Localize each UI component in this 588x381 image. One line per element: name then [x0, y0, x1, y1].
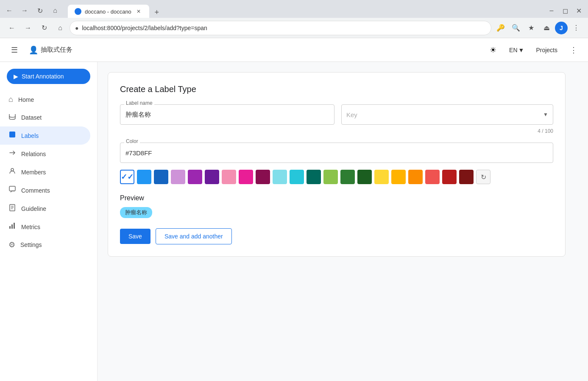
svg-rect-8 [9, 226, 11, 229]
zoom-icon-btn[interactable]: 🔍 [509, 21, 523, 35]
label-name-field-label: Label name [124, 100, 154, 106]
color-swatch-pink[interactable] [222, 170, 236, 184]
logo-icon: 👤 [29, 45, 38, 55]
maximize-button[interactable]: ◻ [559, 5, 571, 17]
back-button[interactable]: ← [5, 21, 19, 35]
color-swatch-teal[interactable] [307, 170, 321, 184]
main-layout: ▶ Start Annotation ⌂ Home Dataset [0, 62, 588, 381]
preview-title: Preview [120, 194, 553, 202]
extensions-icon-btn[interactable]: ⏏ [540, 21, 553, 35]
hamburger-menu-button[interactable]: ☰ [7, 42, 22, 58]
app-logo: 👤 抽取式任务 [29, 45, 72, 55]
content-area: Create a Label Type Label name Key 4 / 1… [98, 62, 588, 381]
header-right: ☀ EN ▼ Projects ⋮ [485, 42, 581, 58]
minimize-button[interactable]: – [546, 5, 557, 17]
action-buttons: Save Save and add another [120, 228, 553, 244]
browser-reload-button[interactable]: ↻ [34, 5, 46, 17]
color-swatch-red-light[interactable] [425, 170, 440, 184]
sidebar-item-home[interactable]: ⌂ Home [0, 91, 90, 108]
lock-icon: ● [75, 25, 78, 31]
tab-bar: doccano - doccano ✕ + [64, 3, 166, 18]
label-name-group: Label name [120, 104, 334, 125]
labels-icon [8, 131, 16, 140]
char-count: 4 / 100 [120, 128, 553, 134]
key-select-wrapper: Key [341, 104, 553, 125]
forward-button[interactable]: → [21, 21, 35, 35]
theme-toggle-button[interactable]: ☀ [485, 42, 501, 58]
form-card: Create a Label Type Label name Key 4 / 1… [108, 72, 566, 257]
color-swatch-amber[interactable] [391, 170, 406, 184]
profile-button[interactable]: J [555, 22, 568, 34]
color-swatch-lavender[interactable] [171, 170, 185, 184]
preview-label: 肿瘤名称 [120, 207, 152, 218]
sidebar-label-labels: Labels [21, 132, 39, 139]
color-swatch-red[interactable] [442, 170, 457, 184]
preview-section: Preview 肿瘤名称 [120, 194, 553, 228]
color-swatch-orange[interactable] [408, 170, 423, 184]
color-swatch-selected[interactable]: ✓ [120, 170, 134, 184]
key-select[interactable] [341, 104, 553, 125]
color-swatch-magenta[interactable] [256, 170, 270, 184]
browser-toolbar: ← → ↻ ⌂ ● localhost:8000/projects/2/labe… [0, 18, 588, 38]
sidebar-item-dataset[interactable]: Dataset [0, 108, 90, 126]
dataset-icon [8, 112, 16, 122]
start-annotation-button[interactable]: ▶ Start Annotation [7, 69, 90, 84]
tab-close-button[interactable]: ✕ [135, 8, 142, 15]
start-annotation-icon: ▶ [14, 73, 18, 80]
sidebar-item-members[interactable]: Members [0, 163, 90, 181]
home-button[interactable]: ⌂ [53, 21, 67, 35]
sidebar-label-dataset: Dataset [21, 114, 42, 121]
color-swatch-purple[interactable] [188, 170, 202, 184]
tab-favicon [75, 8, 81, 15]
save-and-add-button[interactable]: Save and add another [156, 228, 232, 244]
color-swatch-dark-red[interactable] [459, 170, 474, 184]
sidebar-item-guideline[interactable]: Guideline [0, 199, 90, 218]
svg-rect-3 [9, 186, 15, 191]
color-swatch-deep-purple[interactable] [205, 170, 219, 184]
browser-back-button[interactable]: ← [3, 5, 15, 17]
color-field-label: Color [124, 138, 140, 144]
app-name: 抽取式任务 [41, 46, 72, 54]
color-swatch-light-green[interactable] [323, 170, 338, 184]
color-swatch-yellow[interactable] [374, 170, 389, 184]
color-input[interactable] [120, 143, 553, 163]
color-refresh-button[interactable]: ↻ [476, 170, 490, 184]
metrics-icon [8, 222, 16, 232]
sidebar-item-labels[interactable]: Labels [0, 126, 90, 145]
color-swatch-light-blue[interactable] [137, 170, 151, 184]
projects-link[interactable]: Projects [532, 45, 561, 55]
bookmark-icon-btn[interactable]: ★ [524, 21, 538, 35]
label-name-input[interactable] [120, 104, 334, 125]
save-button[interactable]: Save [120, 229, 150, 244]
color-swatch-green[interactable] [340, 170, 355, 184]
active-tab[interactable]: doccano - doccano ✕ [68, 5, 149, 18]
home-icon: ⌂ [8, 95, 13, 104]
lang-label: EN [509, 47, 517, 53]
more-options-button[interactable]: ⋮ [569, 21, 583, 35]
start-annotation-label: Start Annotation [22, 73, 64, 80]
guideline-icon [8, 204, 16, 213]
form-title: Create a Label Type [120, 84, 553, 94]
sidebar-item-metrics[interactable]: Metrics [0, 218, 90, 236]
address-bar[interactable]: ● localhost:8000/projects/2/labels/add?t… [70, 21, 491, 35]
color-swatch-dark-blue[interactable] [154, 170, 168, 184]
sidebar-label-home: Home [18, 96, 34, 103]
header-more-button[interactable]: ⋮ [566, 42, 581, 58]
browser-forward-button[interactable]: → [19, 5, 31, 17]
sidebar-item-settings[interactable]: ⚙ Settings [0, 236, 90, 254]
new-tab-button[interactable]: + [151, 6, 163, 18]
color-swatches: ✓ [120, 170, 553, 184]
color-swatch-teal-light[interactable] [290, 170, 304, 184]
reload-button[interactable]: ↻ [37, 21, 51, 35]
color-swatch-dark-green[interactable] [357, 170, 372, 184]
browser-home-button[interactable]: ⌂ [49, 5, 61, 17]
color-swatch-cyan[interactable] [273, 170, 287, 184]
sidebar-item-comments[interactable]: Comments [0, 181, 90, 199]
close-window-button[interactable]: ✕ [573, 5, 585, 17]
color-swatch-hot-pink[interactable] [239, 170, 253, 184]
sidebar-item-relations[interactable]: Relations [0, 145, 90, 163]
color-field-group: Color [120, 143, 553, 163]
label-key-row: Label name Key [120, 104, 553, 125]
key-icon-btn[interactable]: 🔑 [494, 21, 507, 35]
language-button[interactable]: EN ▼ [506, 45, 527, 55]
